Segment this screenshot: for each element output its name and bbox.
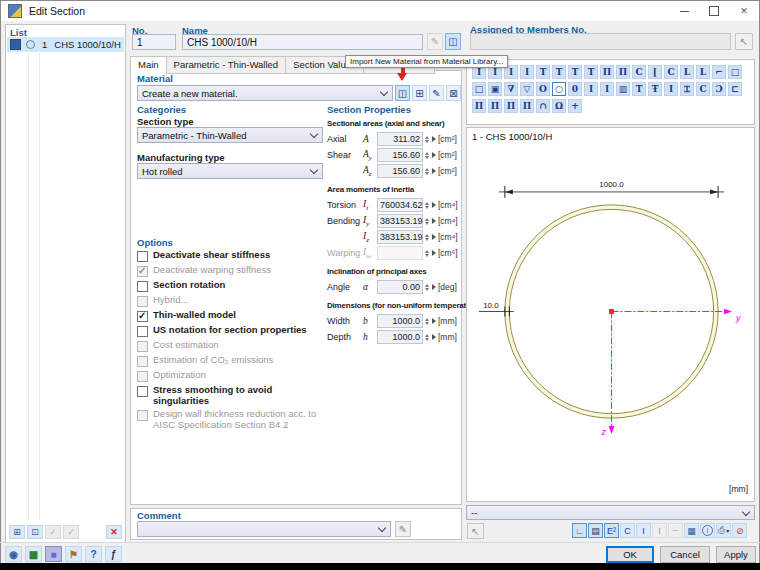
spinner-icon[interactable] bbox=[423, 315, 431, 327]
print-button[interactable]: ⎙▾ bbox=[716, 523, 731, 538]
section-shape-icon[interactable]: Π bbox=[504, 99, 518, 113]
section-shape-icon[interactable]: □ bbox=[728, 65, 742, 79]
spinner-icon[interactable] bbox=[423, 231, 431, 243]
section-shape-icon[interactable]: Π bbox=[520, 99, 534, 113]
property-value-field[interactable]: 1000.0 bbox=[377, 314, 423, 328]
tab-main[interactable]: Main bbox=[130, 56, 167, 75]
apply-button[interactable]: Apply bbox=[716, 546, 756, 563]
section-no-field[interactable]: 1 bbox=[132, 34, 176, 50]
detail-arrow-icon[interactable] bbox=[432, 318, 436, 324]
property-value-field[interactable]: 383153.19 bbox=[377, 230, 423, 244]
detail-arrow-icon[interactable] bbox=[432, 334, 436, 340]
checkbox-icon[interactable] bbox=[137, 251, 148, 262]
section-shape-icon[interactable]: T bbox=[568, 65, 582, 79]
property-value-field[interactable]: 311.02 bbox=[377, 132, 423, 146]
section-shape-icon[interactable]: ▽ bbox=[520, 82, 534, 96]
close-button[interactable]: ✕ bbox=[729, 1, 759, 21]
detail-arrow-icon[interactable] bbox=[432, 202, 436, 208]
checkbox-icon[interactable] bbox=[137, 326, 148, 337]
comment-templates-button[interactable]: ƒ bbox=[105, 546, 122, 562]
section-shape-icon[interactable]: C bbox=[632, 65, 646, 79]
detail-arrow-icon[interactable] bbox=[432, 136, 436, 142]
checkbox-icon[interactable] bbox=[137, 281, 148, 292]
checkbox-icon[interactable] bbox=[137, 386, 148, 397]
dimension-lines-toggle[interactable]: ▤ bbox=[588, 523, 603, 538]
new-material-button[interactable]: ⊞ bbox=[412, 85, 427, 101]
zoom-off-button[interactable]: ⊘ bbox=[732, 523, 747, 538]
spinner-icon[interactable] bbox=[423, 331, 431, 343]
section-shape-icon[interactable]: T bbox=[632, 82, 646, 96]
detail-arrow-icon[interactable] bbox=[432, 218, 436, 224]
property-value-field[interactable]: 383153.19 bbox=[377, 214, 423, 228]
section-shape-icon[interactable]: + bbox=[568, 99, 582, 113]
section-shape-icon[interactable]: C bbox=[696, 82, 710, 96]
option-stress-smoothing-to-avoid-singularities[interactable]: Stress smoothing to avoid singularities bbox=[137, 385, 325, 406]
section-shape-icon[interactable]: □ bbox=[472, 82, 486, 96]
section-shape-icon[interactable]: 0 bbox=[568, 82, 582, 96]
spinner-icon[interactable] bbox=[423, 199, 431, 211]
detail-arrow-icon[interactable] bbox=[432, 234, 436, 240]
section-shape-icon[interactable]: ○ bbox=[552, 82, 566, 96]
minimize-button[interactable] bbox=[669, 1, 699, 21]
section-shape-icon[interactable]: Ω bbox=[552, 99, 566, 113]
section-shape-icon[interactable]: ∇ bbox=[504, 82, 518, 96]
section-library-button[interactable]: ◫ bbox=[445, 33, 461, 50]
spinner-icon[interactable] bbox=[423, 149, 431, 161]
section-shape-icon[interactable]: I bbox=[584, 82, 598, 96]
section-shape-icon[interactable]: Π bbox=[616, 65, 630, 79]
section-shape-icon[interactable]: T bbox=[552, 65, 566, 79]
spinner-icon[interactable] bbox=[423, 281, 431, 293]
option-section-rotation[interactable]: Section rotation bbox=[137, 280, 325, 292]
section-shape-icon[interactable]: Π bbox=[472, 99, 486, 113]
section-shape-icon[interactable]: ⌐ bbox=[712, 65, 726, 79]
units-and-decimal-places-button[interactable]: ▦ bbox=[25, 546, 42, 562]
preview-view-select[interactable]: -- bbox=[466, 505, 755, 520]
section-shape-icon[interactable]: I bbox=[520, 65, 534, 79]
edit-comment-button[interactable]: ✎ bbox=[395, 521, 411, 537]
section-shape-icon[interactable]: Ɪ bbox=[680, 82, 694, 96]
tab-parametric-thin-walled[interactable]: Parametric - Thin-Walled bbox=[166, 56, 287, 74]
pointer-options-button[interactable]: ↖ bbox=[467, 523, 484, 539]
help-button[interactable]: ? bbox=[85, 546, 102, 562]
section-shape-icon[interactable]: [ bbox=[648, 65, 662, 79]
section-name-field[interactable]: CHS 1000/10/H bbox=[182, 34, 423, 50]
result-table-button[interactable]: ▦ bbox=[684, 523, 699, 538]
section-shape-icon[interactable]: Π bbox=[600, 65, 614, 79]
section-shape-icon[interactable]: L bbox=[696, 65, 710, 79]
detail-arrow-icon[interactable] bbox=[432, 152, 436, 158]
ok-button[interactable]: OK bbox=[606, 546, 654, 563]
section-shape-icon[interactable]: ⊏ bbox=[728, 82, 742, 96]
material-library-button[interactable]: ◫ bbox=[395, 85, 410, 101]
manufacturing-type-select[interactable]: Hot rolled bbox=[137, 163, 323, 179]
property-value-field[interactable]: 156.60 bbox=[377, 148, 423, 162]
material-select[interactable]: Create a new material. bbox=[137, 85, 393, 101]
national-code-button[interactable]: ◉ bbox=[5, 546, 22, 562]
profile-edges-toggle[interactable]: I bbox=[636, 523, 651, 538]
import-material-button[interactable]: ⊠ bbox=[446, 85, 461, 101]
comment-select[interactable] bbox=[137, 521, 391, 537]
section-type-select[interactable]: Parametric - Thin-Walled bbox=[137, 127, 323, 143]
checkbox-icon[interactable] bbox=[137, 311, 148, 322]
detail-arrow-icon[interactable] bbox=[432, 284, 436, 290]
spinner-icon[interactable] bbox=[423, 215, 431, 227]
detail-arrow-icon[interactable] bbox=[432, 168, 436, 174]
stress-points-display-toggle[interactable]: E² bbox=[604, 523, 619, 538]
shear-center-display-toggle[interactable]: C bbox=[620, 523, 635, 538]
list-item[interactable]: 1 CHS 1000/10/H bbox=[7, 37, 124, 52]
edit-material-button[interactable]: ✎ bbox=[429, 85, 444, 101]
info-button[interactable]: i bbox=[700, 523, 715, 538]
option-thin-walled-model[interactable]: Thin-walled model bbox=[137, 310, 325, 322]
delete-section-button[interactable]: ✕ bbox=[106, 525, 122, 539]
property-value-field[interactable]: 1000.0 bbox=[377, 330, 423, 344]
property-value-field[interactable]: 0.00 bbox=[377, 280, 423, 294]
copy-section-button[interactable]: ⊡ bbox=[27, 525, 43, 539]
property-value-field[interactable]: 760034.62 bbox=[377, 198, 423, 212]
assigned-members-field[interactable] bbox=[470, 33, 731, 50]
section-shape-icon[interactable]: Ŧ bbox=[648, 82, 662, 96]
axes-display-toggle[interactable]: ∟ bbox=[572, 523, 587, 538]
config-flag-button[interactable]: ⚑ bbox=[65, 546, 82, 562]
section-shape-icon[interactable]: ▣ bbox=[488, 82, 502, 96]
spinner-icon[interactable] bbox=[423, 133, 431, 145]
section-shape-icon[interactable]: O bbox=[536, 82, 550, 96]
cancel-button[interactable]: Cancel bbox=[660, 546, 710, 563]
